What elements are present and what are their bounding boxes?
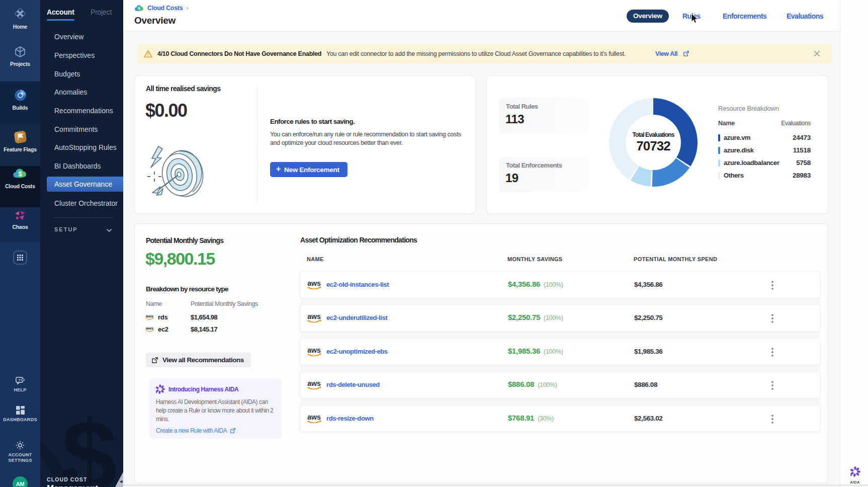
rec-row-ec2-underutilized-list: ec2-underutilized-list $2,250.75(100%) $… <box>300 304 821 332</box>
sidebar-item-bi-dashboards[interactable]: BI Dashboards <box>54 162 101 170</box>
rec-savings-pct: (100%) <box>544 281 563 288</box>
kebab-menu-icon[interactable] <box>766 413 779 426</box>
rec-savings: $886.08 <box>508 380 534 388</box>
sidebar-item-perspectives[interactable]: Perspectives <box>54 51 95 59</box>
rail-module-picker[interactable] <box>0 251 40 265</box>
tab-enforcements[interactable]: Enforcements <box>723 12 766 20</box>
rec-name-link[interactable]: ec2-old-instances-list <box>326 281 389 288</box>
rec-name-link[interactable]: rds-delete-unused <box>326 381 380 388</box>
sidebar-item-budgets[interactable]: Budgets <box>54 70 80 78</box>
rail-item-cloud-costs[interactable]: $ Cloud Costs <box>0 167 40 189</box>
rec-savings: $2,250.75 <box>508 313 540 321</box>
rail-item-feature-flags[interactable]: Feature Flags <box>0 130 40 152</box>
home-icon <box>13 7 27 21</box>
potential-savings-amount: $9,800.15 <box>145 249 215 269</box>
aida-flower-icon <box>850 466 860 477</box>
total-rules-value: 113 <box>505 112 524 126</box>
rec-savings: $4,356.86 <box>508 280 540 288</box>
rec-savings: $768.91 <box>508 414 534 422</box>
recommendations-title: Asset Optimization Recommendations <box>300 236 417 244</box>
active-tab-underline <box>47 19 74 21</box>
aws-icon <box>307 413 322 423</box>
new-enforcement-button[interactable]: + New Enforcement <box>270 162 348 177</box>
dashboards-icon <box>16 405 25 415</box>
rec-name-link[interactable]: rds-resize-down <box>326 415 374 422</box>
rail-item-account-settings[interactable]: ACCOUNTSETTINGS <box>0 440 40 463</box>
rec-name-link[interactable]: ec2-unoptimized-ebs <box>326 348 388 355</box>
rail-item-home[interactable]: Home <box>0 7 40 30</box>
rail-label-projects: Projects <box>0 61 40 67</box>
sidebar-brand: CLOUD COST Management <box>47 476 98 487</box>
breadcrumb: $ Cloud Costs › <box>134 4 188 12</box>
legend-chip <box>718 134 720 141</box>
rail-label-chaos: Chaos <box>0 224 40 230</box>
sidebar-setup[interactable]: SETUP <box>54 226 78 232</box>
breakdown-col-name: Name <box>146 300 162 307</box>
enforce-cta-line2: and optimize your cloud resources better… <box>270 139 403 146</box>
sidebar-item-anomalies[interactable]: Anomalies <box>54 88 87 96</box>
rec-row-rds-delete-unused: rds-delete-unused $886.08(100%) $886.08 <box>300 371 821 398</box>
cloud-costs-breadcrumb-icon: $ <box>134 4 144 12</box>
sidebar-item-autostopping-rules[interactable]: AutoStopping Rules <box>54 143 117 151</box>
sidebar-item-recommendations[interactable]: Recommendations <box>54 107 113 115</box>
gear-icon <box>15 440 25 450</box>
aida-floating-label: AIDA <box>845 480 865 484</box>
rec-savings-group: $1,985.36(100%) <box>508 347 563 355</box>
rec-row-rds-resize-down: rds-resize-down $768.91(30%) $2,563.02 <box>300 405 821 432</box>
rail-item-dashboards[interactable]: DASHBOARDS <box>0 405 40 423</box>
rec-savings-group: $886.08(100%) <box>508 380 557 388</box>
governance-stats-card: Total Rules 113 Total Enforcements 19 To… <box>486 75 828 214</box>
banner-view-all-link[interactable]: View All <box>655 50 677 57</box>
card-divider <box>257 87 257 203</box>
rec-row-ec2-old-instances-list: ec2-old-instances-list $4,356.86(100%) $… <box>300 271 821 298</box>
rec-name-link[interactable]: ec2-underutilized-list <box>326 314 387 321</box>
donut-center-label: Total Evaluations <box>632 131 674 138</box>
kebab-dots <box>771 348 773 357</box>
rail-item-help[interactable]: ? HELP <box>0 376 40 393</box>
sidebar-item-asset-governance[interactable]: Asset Governance <box>47 177 123 192</box>
view-all-label: View all Recommendations <box>162 356 244 364</box>
builds-icon <box>14 89 27 102</box>
total-rules-box: Total Rules 113 <box>499 98 588 133</box>
sidebar-tab-project[interactable]: Project <box>91 8 112 16</box>
sidebar-item-overview[interactable]: Overview <box>54 33 83 41</box>
breakdown-title: Breakdown by resource type <box>146 285 228 293</box>
aida-promo-card: Introducing Harness AIDA Harness AI Deve… <box>149 378 282 439</box>
view-all-recommendations-button[interactable]: View all Recommendations <box>146 353 251 367</box>
chaos-icon <box>13 208 27 222</box>
avatar-initials: AM <box>13 476 28 487</box>
kebab-menu-icon[interactable] <box>766 279 779 292</box>
aida-create-rule-link[interactable]: Create a new Rule with AIDA <box>156 427 236 434</box>
tab-overview[interactable]: Overview <box>627 10 669 23</box>
sidebar-tab-account[interactable]: Account <box>47 8 74 16</box>
breadcrumb-cloud-costs[interactable]: Cloud Costs <box>147 5 183 12</box>
resource-breakdown-col-evaluations: Evaluations <box>718 120 811 127</box>
tab-evaluations[interactable]: Evaluations <box>787 12 823 20</box>
kebab-menu-icon[interactable] <box>766 346 779 359</box>
sidebar: Account Project Overview Perspectives Bu… <box>40 0 123 487</box>
legend-chip <box>718 159 720 167</box>
close-icon[interactable] <box>813 50 821 57</box>
rail-label-dashboards: DASHBOARDS <box>0 417 40 423</box>
external-link-icon <box>151 357 158 364</box>
bottom-scrollbar[interactable] <box>123 484 868 486</box>
legend-chip <box>718 147 720 154</box>
plus-icon: + <box>276 165 281 174</box>
aida-floating-button[interactable]: AIDA <box>845 466 865 484</box>
rec-savings: $1,985.36 <box>508 347 540 355</box>
user-avatar[interactable]: AM <box>0 476 40 487</box>
sidebar-item-commitments[interactable]: Commitments <box>54 125 98 133</box>
resource-row-others: Others 28983 <box>718 172 811 182</box>
resource-row-azure-vm: azure.vm 24473 <box>718 134 811 144</box>
sidebar-item-cluster-orchestrator[interactable]: Cluster Orchestrator <box>54 199 118 207</box>
enforce-cta-title: Enforce rules to start saving. <box>270 118 355 125</box>
kebab-menu-icon[interactable] <box>766 312 779 325</box>
kebab-menu-icon[interactable] <box>766 379 779 392</box>
rail-item-chaos[interactable]: Chaos <box>0 208 40 230</box>
total-enforcements-label: Total Enforcements <box>506 161 562 169</box>
kebab-dots <box>771 314 773 323</box>
chevron-left-icon: ◂ <box>120 478 122 484</box>
rail-item-builds[interactable]: Builds <box>0 89 40 111</box>
rec-savings-group: $2,250.75(100%) <box>508 313 563 321</box>
rail-item-projects[interactable]: Projects <box>0 45 40 67</box>
